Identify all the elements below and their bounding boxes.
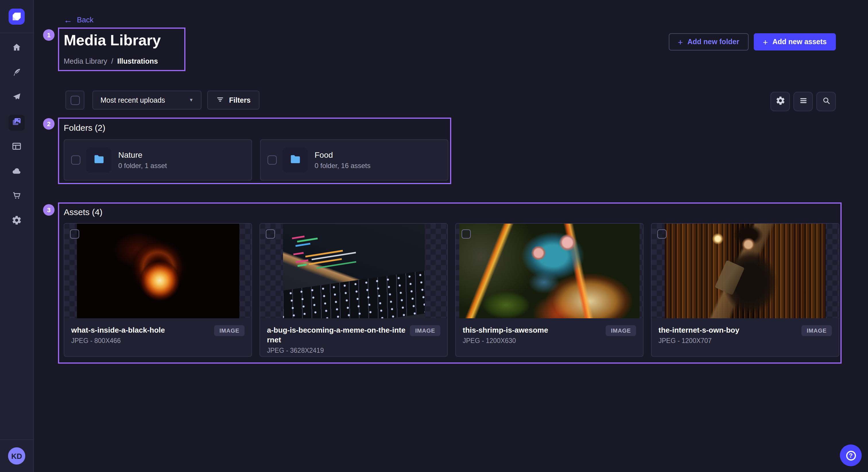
gear-icon xyxy=(775,96,785,107)
folders-section-title: Folders (2) xyxy=(64,123,105,133)
asset-media xyxy=(456,224,643,318)
asset-texts: the-internet-s-own-boy JPEG - 1200X707 xyxy=(658,325,797,344)
asset-checkbox[interactable] xyxy=(70,229,79,239)
home-icon xyxy=(11,42,22,55)
asset-card-shrimp[interactable]: this-shrimp-is-awesome JPEG - 1200X630 I… xyxy=(455,223,644,357)
list-view-button[interactable] xyxy=(794,92,813,111)
add-new-assets-label: Add new assets xyxy=(772,38,827,46)
filter-icon xyxy=(216,95,224,105)
folders-row: Nature 0 folder, 1 asset Food 0 folder, … xyxy=(64,139,448,181)
asset-title: what-s-inside-a-black-hole xyxy=(71,325,210,335)
add-new-folder-button[interactable]: + Add new folder xyxy=(669,33,748,50)
asset-card-internets-own-boy[interactable]: the-internet-s-own-boy JPEG - 1200X707 I… xyxy=(651,223,839,357)
asset-title: this-shrimp-is-awesome xyxy=(463,325,601,335)
asset-type-badge: IMAGE xyxy=(410,325,440,336)
sidebar-nav xyxy=(0,33,33,229)
folder-icon xyxy=(93,153,105,167)
cloud-icon xyxy=(11,166,22,178)
asset-texts: this-shrimp-is-awesome JPEG - 1200X630 xyxy=(463,325,601,344)
asset-footer: a-bug-is-becoming-a-meme-on-the-internet… xyxy=(260,318,447,354)
asset-footer: this-shrimp-is-awesome JPEG - 1200X630 I… xyxy=(456,318,643,344)
select-all-checkbox-button[interactable] xyxy=(65,91,84,109)
sidebar-item-marketplace[interactable] xyxy=(9,189,25,205)
add-new-assets-button[interactable]: + Add new assets xyxy=(754,33,836,50)
folder-card-nature[interactable]: Nature 0 folder, 1 asset xyxy=(64,139,252,181)
app-root: KD ← Back Media Library Media Library/Il… xyxy=(0,0,868,472)
strapi-logo-icon[interactable] xyxy=(9,8,25,24)
add-new-folder-label: Add new folder xyxy=(687,38,739,46)
sidebar-item-home[interactable] xyxy=(9,41,25,57)
cart-icon xyxy=(11,191,22,203)
asset-thumbnail xyxy=(459,224,640,318)
breadcrumb-parent[interactable]: Media Library xyxy=(64,57,107,65)
breadcrumb-separator: / xyxy=(111,57,113,65)
list-icon xyxy=(798,96,808,107)
search-icon xyxy=(821,96,831,107)
plus-icon: + xyxy=(763,38,768,46)
media-library-icon xyxy=(11,116,22,129)
logo-wrap xyxy=(0,0,33,33)
sidebar-item-release[interactable] xyxy=(9,90,25,106)
asset-checkbox[interactable] xyxy=(657,229,666,239)
filters-button[interactable]: Filters xyxy=(207,91,259,109)
search-button[interactable] xyxy=(816,92,836,111)
folder-name: Food xyxy=(315,150,371,160)
asset-media xyxy=(260,224,447,318)
asset-footer: the-internet-s-own-boy JPEG - 1200X707 I… xyxy=(652,318,839,344)
help-button[interactable]: ? xyxy=(840,444,862,466)
gear-icon xyxy=(11,215,22,228)
asset-thumbnail xyxy=(283,224,425,318)
back-arrow-icon: ← xyxy=(64,16,72,24)
folder-tile xyxy=(86,147,112,173)
asset-media xyxy=(652,224,839,318)
annotation-badge-1: 1 xyxy=(43,29,55,41)
asset-checkbox[interactable] xyxy=(266,229,275,239)
page-title: Media Library xyxy=(64,31,161,49)
annotation-badge-3: 3 xyxy=(43,204,55,216)
asset-texts: what-s-inside-a-black-hole JPEG - 800X46… xyxy=(71,325,210,344)
asset-meta: JPEG - 3628X2419 xyxy=(267,347,405,354)
sidebar-item-settings[interactable] xyxy=(9,213,25,229)
folder-texts: Food 0 folder, 16 assets xyxy=(315,150,371,170)
folder-tile xyxy=(282,147,308,173)
select-all-checkbox[interactable] xyxy=(70,96,80,105)
asset-title: a-bug-is-becoming-a-meme-on-the-internet xyxy=(267,325,405,345)
asset-meta: JPEG - 1200X707 xyxy=(658,337,797,344)
back-label: Back xyxy=(77,15,94,24)
sidebar-item-deploy[interactable] xyxy=(9,164,25,180)
asset-card-black-hole[interactable]: what-s-inside-a-black-hole JPEG - 800X46… xyxy=(64,223,252,357)
header-actions: + Add new folder + Add new assets xyxy=(669,33,836,50)
assets-row: what-s-inside-a-black-hole JPEG - 800X46… xyxy=(64,223,839,357)
settings-view-button[interactable] xyxy=(770,92,790,111)
breadcrumb-current: Illustrations xyxy=(117,57,158,65)
folder-texts: Nature 0 folder, 1 asset xyxy=(118,150,167,170)
sidebar-item-media-library[interactable] xyxy=(9,115,25,131)
sidebar-item-content-manager[interactable] xyxy=(9,65,25,81)
folder-checkbox[interactable] xyxy=(268,156,277,165)
asset-card-bug-meme[interactable]: a-bug-is-becoming-a-meme-on-the-internet… xyxy=(259,223,448,357)
filters-label: Filters xyxy=(229,96,251,104)
asset-title: the-internet-s-own-boy xyxy=(658,325,797,335)
asset-footer: what-s-inside-a-black-hole JPEG - 800X46… xyxy=(64,318,251,344)
asset-texts: a-bug-is-becoming-a-meme-on-the-internet… xyxy=(267,325,405,354)
sort-value: Most recent uploads xyxy=(100,96,165,104)
asset-type-badge: IMAGE xyxy=(606,325,636,336)
plus-icon: + xyxy=(678,38,683,46)
sidebar-item-content-type-builder[interactable] xyxy=(9,139,25,156)
layout-icon xyxy=(11,141,22,154)
folder-meta: 0 folder, 1 asset xyxy=(118,162,167,170)
view-controls xyxy=(770,92,836,111)
asset-checkbox[interactable] xyxy=(462,229,471,239)
back-link[interactable]: ← Back xyxy=(64,15,94,24)
feather-icon xyxy=(11,67,22,80)
toolbar: Most recent uploads ▼ Filters xyxy=(65,91,259,109)
paper-plane-icon xyxy=(11,92,22,104)
folder-checkbox[interactable] xyxy=(71,156,81,165)
user-avatar[interactable]: KD xyxy=(8,447,25,465)
asset-type-badge: IMAGE xyxy=(214,325,245,336)
folder-card-food[interactable]: Food 0 folder, 16 assets xyxy=(260,139,448,181)
sort-dropdown[interactable]: Most recent uploads ▼ xyxy=(92,91,202,109)
folder-meta: 0 folder, 16 assets xyxy=(315,162,371,170)
asset-meta: JPEG - 800X466 xyxy=(71,337,210,344)
asset-media xyxy=(64,224,251,318)
